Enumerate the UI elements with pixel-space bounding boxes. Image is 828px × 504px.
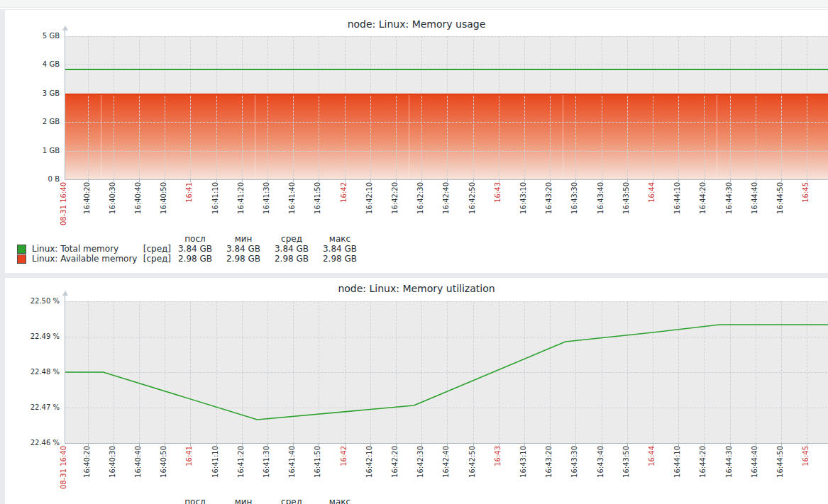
legend-stat-value: 2.98 GB: [316, 254, 364, 264]
grid-line-vertical: [267, 36, 268, 179]
x-axis-label: 16:42:20: [391, 182, 401, 214]
x-axis-tick-mark: [165, 444, 165, 446]
x-axis-tick-mark: [730, 180, 731, 182]
plot-area-memory-utilization[interactable]: 22.46 %22.47 %22.48 %22.49 %22.50 %08-31…: [5, 278, 828, 504]
grid-line-vertical: [756, 36, 756, 179]
x-axis-tick-mark: [781, 180, 782, 182]
x-axis-tick-mark: [807, 180, 807, 182]
legend-stat-value: 2.98 GB: [219, 254, 267, 264]
grid-line-vertical: [421, 36, 422, 179]
legend-stat-value: 3.84 GB: [267, 244, 316, 254]
x-axis-label: 16:41:50: [314, 446, 324, 478]
x-axis-label: 16:43:50: [622, 182, 632, 214]
y-axis-line: [65, 30, 65, 179]
x-axis-tick-mark: [242, 444, 243, 446]
grid-line-vertical: [293, 36, 294, 179]
x-axis-tick-mark: [421, 444, 422, 446]
grid-line-vertical: [678, 36, 679, 179]
x-axis-label: 16:42:20: [391, 446, 401, 478]
legend-header-row: послминсредмакс: [12, 497, 364, 504]
x-axis-tick-mark: [293, 444, 294, 446]
legend-stat-value: 2.98 GB: [171, 254, 219, 264]
x-axis-label: 16:42:40: [442, 182, 452, 214]
x-axis-label: 16:43:40: [597, 182, 607, 214]
x-axis-tick-mark: [550, 444, 551, 446]
x-axis-tick-mark: [267, 180, 268, 182]
grid-line-horizontal: [65, 151, 828, 152]
legend-stat-value: 2.98 GB: [267, 254, 316, 264]
legend-series-label: Linux: Total memory: [32, 244, 118, 254]
x-axis-label: 16:40:40: [134, 446, 144, 478]
x-axis-label: 16:42:50: [468, 446, 478, 478]
legend-swatch: [17, 254, 26, 264]
x-axis-tick-mark: [165, 180, 165, 182]
x-axis-tick-mark: [704, 180, 705, 182]
x-axis-label: 16:44: [648, 182, 658, 203]
y-axis-arrow-icon: [62, 26, 68, 30]
y-axis-label: 22.48 %: [5, 367, 60, 377]
grid-line-vertical: [216, 36, 217, 179]
series-dip-line: [101, 95, 101, 179]
x-axis-label: 16:44:40: [751, 446, 761, 478]
series-polyline: [65, 325, 828, 420]
x-axis-tick-mark: [319, 180, 319, 182]
x-axis-label: 16:45: [802, 446, 812, 466]
legend-column-header: сред: [267, 497, 316, 504]
x-axis-tick-mark: [704, 444, 705, 446]
x-axis-tick-mark: [396, 180, 397, 182]
grid-line-vertical: [730, 36, 731, 179]
x-axis-label: 16:43: [494, 182, 504, 203]
x-axis-tick-mark: [473, 180, 474, 182]
y-axis-label: 22.49 %: [5, 332, 60, 342]
x-axis-tick-mark: [499, 180, 499, 182]
x-axis-label: 16:42:50: [468, 182, 478, 214]
grid-line-vertical: [345, 36, 346, 179]
y-axis-label: 4 GB: [5, 60, 60, 69]
x-axis-label: 16:43:30: [570, 446, 580, 478]
legend-column-header: посл: [171, 234, 219, 244]
grid-line-vertical: [704, 36, 705, 179]
zabbix-graphs-page: { "page": { "bg_color": "#e8eaed", "top_…: [0, 0, 828, 504]
x-axis-tick-mark: [602, 444, 602, 446]
x-axis-label: 16:40:20: [83, 446, 93, 478]
legend-column-header: посл: [171, 497, 219, 504]
x-axis-tick-mark: [242, 180, 243, 182]
grid-line-vertical: [242, 36, 243, 179]
series-line-memory-utilization: [65, 301, 828, 443]
x-axis-tick-mark: [190, 180, 191, 182]
grid-line-vertical: [602, 36, 602, 179]
grid-line-vertical: [627, 36, 628, 179]
x-axis-label: 16:44:20: [699, 182, 709, 214]
x-axis-tick-mark: [370, 180, 371, 182]
y-axis-label: 1 GB: [5, 146, 60, 156]
series-dip-line: [717, 95, 717, 179]
x-axis-label: 16:41:30: [263, 446, 272, 478]
x-axis-tick-mark: [447, 444, 448, 446]
x-axis-label: 16:41:20: [237, 182, 247, 214]
x-axis-label: 16:42:10: [365, 182, 375, 214]
x-axis-tick-mark: [678, 444, 679, 446]
x-axis-tick-mark: [88, 444, 89, 446]
x-axis-tick-mark: [396, 444, 397, 446]
x-axis-tick-mark: [781, 444, 782, 446]
grid-line-horizontal: [65, 36, 828, 37]
x-axis-label: 16:44:10: [673, 182, 683, 214]
x-axis-tick-mark: [319, 444, 319, 446]
grid-line-vertical: [524, 36, 525, 179]
grid-line-vertical: [370, 36, 371, 179]
x-axis-label: 16:40:40: [134, 182, 144, 214]
x-axis-label: 16:44:50: [776, 182, 786, 214]
x-axis-label: 16:44:20: [699, 446, 709, 478]
series-area-top-line: [65, 94, 828, 95]
x-axis-label: 16:44:50: [776, 446, 786, 478]
y-axis-label: 5 GB: [5, 31, 60, 41]
x-axis-label: 16:43:10: [519, 446, 529, 478]
x-axis-tick-mark: [139, 180, 140, 182]
x-axis-label: 16:44:30: [725, 446, 735, 478]
x-axis-tick-mark: [190, 444, 191, 446]
legend-series-name: Linux: Total memory: [12, 244, 142, 254]
x-axis-tick-mark: [499, 444, 499, 446]
legend-row: Linux: Total memory[сред]3.84 GB3.84 GB3…: [12, 244, 364, 254]
x-axis-label: 16:45: [802, 182, 812, 203]
y-axis-label: 0 B: [5, 174, 60, 184]
